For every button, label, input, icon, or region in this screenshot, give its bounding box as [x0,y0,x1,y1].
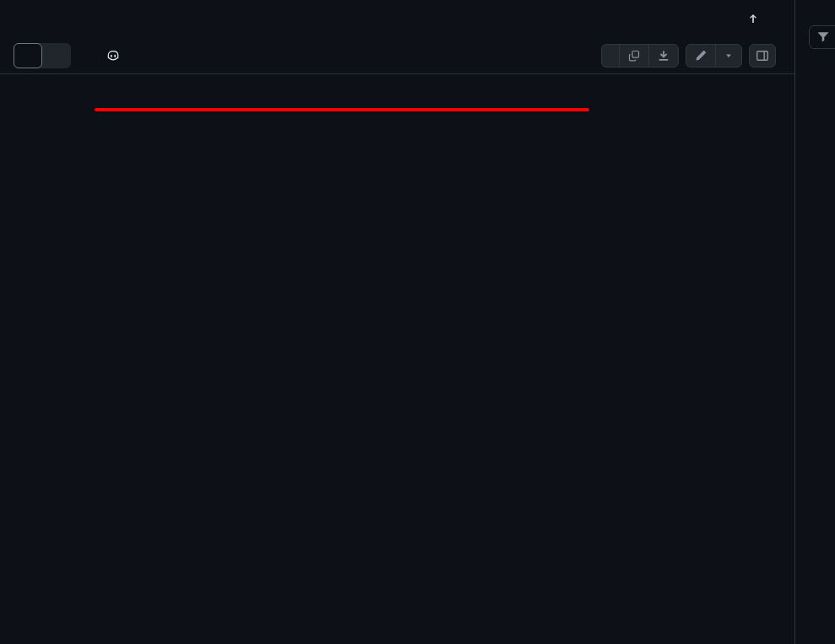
back-to-top-button[interactable] [747,13,764,24]
copy-raw-button[interactable] [620,45,649,67]
raw-button[interactable] [602,45,620,67]
code-lines-wrap [0,74,794,108]
copilot-icon [106,49,120,62]
symbols-filter-input[interactable] [809,25,835,49]
tab-blame[interactable] [42,43,71,68]
copilot-banner[interactable] [106,49,127,62]
pencil-icon [695,50,707,62]
tab-code[interactable] [14,43,42,68]
download-raw-button[interactable] [649,45,678,67]
file-actions [601,44,776,68]
code-blame-switcher [14,43,71,68]
edit-dropdown-button[interactable] [716,45,741,67]
symbols-panel-toggle[interactable] [749,44,776,68]
annotation-highlight-box [95,108,589,111]
github-file-view [0,0,835,644]
edit-button[interactable] [686,45,716,67]
caret-down-icon [724,51,733,60]
filter-funnel-icon [816,30,830,44]
file-toolbar [0,37,794,74]
arrow-up-icon [747,13,759,24]
symbols-panel [795,0,835,644]
code-view [0,74,794,644]
main-column [0,0,795,644]
edit-group [686,44,742,68]
file-header [0,0,794,37]
raw-actions-group [601,44,679,68]
copy-icon [628,50,640,62]
download-icon [658,50,670,62]
symbols-panel-icon [756,49,769,62]
